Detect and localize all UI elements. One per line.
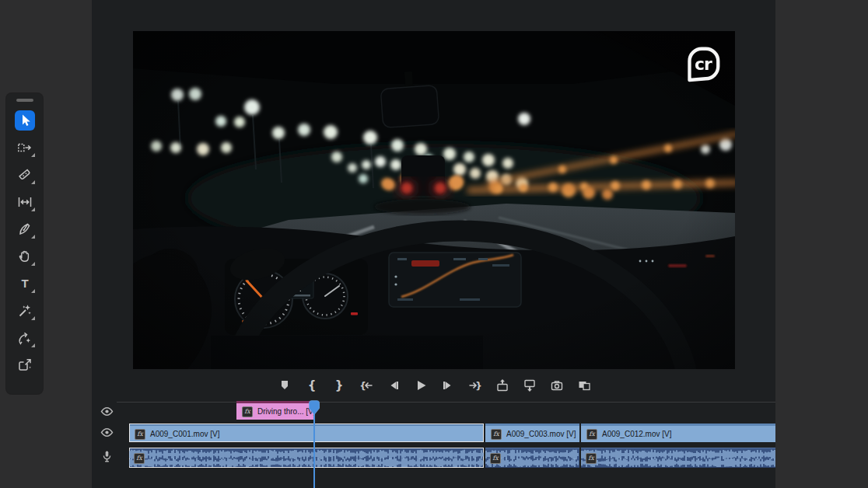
add-marker-button[interactable] bbox=[278, 378, 292, 392]
fx-badge: fx bbox=[491, 429, 502, 440]
export-icon bbox=[16, 357, 33, 374]
go-to-in-button[interactable]: { bbox=[359, 378, 373, 392]
panel-drag-handle[interactable] bbox=[16, 99, 33, 102]
svg-text:cr: cr bbox=[695, 54, 712, 74]
remix-tool[interactable] bbox=[15, 301, 35, 321]
transport-controls: { } { } bbox=[133, 376, 735, 395]
video-frame-night-driving bbox=[133, 31, 735, 369]
flyout-indicator bbox=[31, 207, 35, 211]
clip-label: A009_C003.mov [V] bbox=[506, 430, 576, 438]
fx-badge: fx bbox=[134, 453, 145, 464]
program-monitor: cr bbox=[133, 31, 735, 369]
selection-cursor-icon bbox=[16, 112, 33, 129]
export-frame-button[interactable] bbox=[550, 378, 564, 392]
step-forward-button[interactable] bbox=[441, 378, 455, 392]
eye-icon bbox=[100, 407, 114, 420]
audio-clip[interactable]: fx bbox=[129, 448, 484, 468]
hand-tool[interactable] bbox=[15, 246, 35, 267]
microphone-icon bbox=[100, 452, 114, 465]
track-a1-mic-toggle[interactable] bbox=[100, 450, 114, 463]
app-window: T bbox=[0, 0, 868, 488]
fx-badge: fx bbox=[490, 453, 501, 464]
flyout-indicator bbox=[31, 180, 35, 184]
playhead-handle[interactable] bbox=[308, 400, 320, 419]
lift-button[interactable] bbox=[495, 378, 509, 392]
video-clip[interactable]: fx A009_C003.mov [V] bbox=[485, 424, 579, 442]
audio-clip[interactable]: fx bbox=[485, 448, 579, 468]
flyout-indicator bbox=[31, 235, 35, 239]
flyout-indicator bbox=[31, 262, 35, 266]
svg-text:T: T bbox=[21, 277, 28, 290]
flyout-indicator bbox=[31, 316, 35, 320]
video-clip[interactable]: fx A009_C001.mov [V] bbox=[129, 424, 484, 442]
svg-text:{: { bbox=[307, 378, 316, 392]
comparison-view-button[interactable] bbox=[577, 378, 591, 392]
audio-waveform bbox=[129, 448, 484, 467]
svg-text:}: } bbox=[334, 378, 343, 392]
flyout-indicator bbox=[31, 289, 35, 293]
track-v1-visibility-toggle[interactable] bbox=[100, 426, 114, 439]
go-to-out-button[interactable]: } bbox=[468, 378, 482, 392]
fx-badge: fx bbox=[586, 429, 597, 440]
tools-panel: T bbox=[6, 93, 43, 394]
play-button[interactable] bbox=[414, 378, 428, 392]
pen-tool[interactable] bbox=[15, 219, 35, 239]
fx-badge: fx bbox=[586, 453, 597, 464]
fx-badge: fx bbox=[135, 429, 145, 440]
cr-watermark-logo: cr bbox=[681, 41, 725, 86]
extract-button[interactable] bbox=[523, 378, 537, 392]
slip-tool[interactable] bbox=[15, 192, 35, 212]
svg-text:}: } bbox=[475, 381, 482, 392]
flyout-indicator bbox=[31, 153, 35, 157]
track-v2-visibility-toggle[interactable] bbox=[100, 405, 114, 418]
flyout-indicator bbox=[31, 343, 35, 347]
track-select-forward-tool[interactable] bbox=[15, 138, 35, 158]
mark-out-button[interactable]: } bbox=[332, 378, 346, 392]
title-clip[interactable]: fx Driving thro... [V] bbox=[236, 401, 313, 420]
step-back-button[interactable] bbox=[387, 378, 401, 392]
razor-tool[interactable] bbox=[15, 165, 35, 185]
fx-badge: fx bbox=[242, 406, 253, 417]
audio-clip[interactable]: fx bbox=[581, 448, 775, 468]
selection-tool[interactable] bbox=[15, 110, 35, 131]
audio-waveform bbox=[581, 448, 775, 467]
timeline-separator bbox=[117, 402, 775, 403]
share-export-tool[interactable] bbox=[15, 355, 35, 375]
object-selection-tool[interactable] bbox=[15, 328, 35, 348]
type-tool[interactable]: T bbox=[15, 274, 35, 294]
video-clip[interactable]: fx A009_C012.mov [V] bbox=[581, 424, 775, 442]
clip-label: Driving thro... [V] bbox=[257, 407, 313, 416]
eye-icon bbox=[100, 428, 114, 441]
mark-in-button[interactable]: { bbox=[305, 378, 319, 392]
clip-label: A009_C012.mov [V] bbox=[602, 430, 672, 438]
clip-label: A009_C001.mov [V] bbox=[150, 430, 220, 438]
